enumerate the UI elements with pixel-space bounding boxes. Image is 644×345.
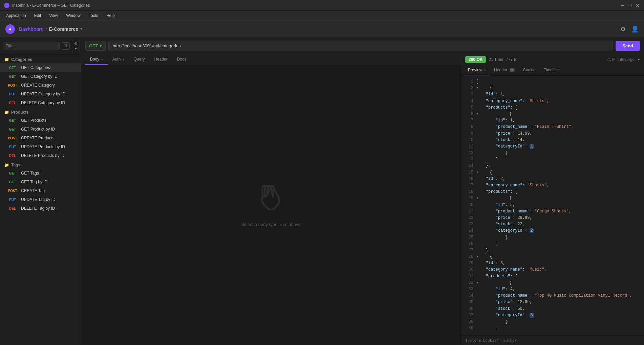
response-tab-cookie[interactable]: Cookie bbox=[519, 65, 539, 75]
method-badge-put: PUT bbox=[7, 92, 18, 96]
json-line: 33 "id": 4, bbox=[465, 286, 640, 293]
item-label: GET Product by ID bbox=[21, 127, 55, 132]
section-tags[interactable]: 📁 Tags bbox=[0, 160, 81, 169]
status-badge: 200 OK bbox=[465, 56, 486, 63]
sidebar-item-create-tag[interactable]: POST CREATE Tag bbox=[0, 186, 81, 195]
json-line: 11 "categoryId": 1 bbox=[465, 143, 640, 150]
json-line: 22 "price": 29.99, bbox=[465, 215, 640, 221]
section-products-label: Products bbox=[11, 110, 29, 115]
sidebar-item-update-tag[interactable]: PUT UPDATE Tag by ID bbox=[0, 195, 81, 204]
tab-arrow: ▾ bbox=[484, 68, 486, 72]
window-title: Insomnia - E-Commerce – GET Categories bbox=[12, 3, 618, 8]
sidebar-item-get-categories[interactable]: GET GET Categories bbox=[0, 63, 81, 72]
json-line: 21 "product_name": "Cargo Shorts", bbox=[465, 208, 640, 215]
tab-auth[interactable]: Auth ▾ bbox=[108, 54, 129, 65]
json-line: 12 } bbox=[465, 150, 640, 156]
send-button[interactable]: Send bbox=[616, 41, 640, 51]
tab-arrow: ▾ bbox=[123, 58, 124, 61]
tab-query[interactable]: Query bbox=[129, 54, 150, 65]
item-label: CREATE Products bbox=[21, 136, 54, 140]
dashboard-link[interactable]: Dashboard bbox=[19, 26, 44, 32]
sidebar-item-get-tag-by-id[interactable]: GET GET Tag by ID bbox=[0, 178, 81, 186]
tab-arrow: ▾ bbox=[101, 58, 103, 61]
window-controls: ─ □ ✕ bbox=[620, 3, 640, 8]
titlebar: Insomnia - E-Commerce – GET Categories ─… bbox=[0, 0, 644, 11]
json-line: 36 "stock": 50, bbox=[465, 306, 640, 312]
json-line: 27 }, bbox=[465, 247, 640, 254]
url-input[interactable] bbox=[108, 41, 613, 51]
method-badge-get: GET bbox=[7, 119, 18, 122]
footer-bar bbox=[461, 336, 644, 345]
sidebar-item-create-category[interactable]: POST CREATE Category bbox=[0, 81, 81, 90]
sidebar-item-update-category[interactable]: PUT UPDATE Category by ID bbox=[0, 90, 81, 98]
tab-docs[interactable]: Docs bbox=[172, 54, 191, 65]
json-line: 8 "product_name": "Plain T-Shirt", bbox=[465, 124, 640, 130]
sidebar-item-get-tags[interactable]: GET GET Tags bbox=[0, 169, 81, 178]
close-button[interactable]: ✕ bbox=[635, 3, 640, 8]
item-label: GET Tags bbox=[21, 171, 39, 176]
menu-view[interactable]: View bbox=[46, 12, 61, 19]
menu-application[interactable]: Application bbox=[3, 12, 29, 19]
method-badge-post: POST bbox=[7, 189, 18, 193]
sidebar-item-get-products[interactable]: GET GET Products bbox=[0, 116, 81, 125]
item-label: GET Products bbox=[21, 118, 46, 123]
item-label: CREATE Tag bbox=[21, 188, 45, 193]
content-area: GET ▾ Send Body ▾ Auth ▾ Query Header Do… bbox=[81, 38, 644, 345]
item-label: UPDATE Tag by ID bbox=[21, 197, 56, 202]
maximize-button[interactable]: □ bbox=[628, 3, 632, 8]
sidebar-item-get-category-by-id[interactable]: GET GET Category by ID bbox=[0, 72, 81, 81]
response-tabs: Preview ▾ Header 7 Cookie Timeline bbox=[461, 65, 644, 76]
settings-button[interactable]: ⚙ bbox=[620, 25, 626, 33]
method-badge-get: GET bbox=[7, 75, 18, 78]
sidebar-item-delete-category[interactable]: DEL DELETE Category by ID bbox=[0, 98, 81, 107]
json-line: 23 "stock": 22, bbox=[465, 221, 640, 228]
app-icon bbox=[4, 3, 9, 8]
menu-edit[interactable]: Edit bbox=[31, 12, 45, 19]
body-placeholder: Select a body type from above bbox=[241, 184, 301, 227]
json-line: 18 "products": [ bbox=[465, 189, 640, 195]
timestamp-chevron: ▾ bbox=[638, 58, 640, 62]
json-line: 30 "category_name": "Music", bbox=[465, 267, 640, 273]
sidebar-item-delete-tag[interactable]: DEL DELETE Tag by ID bbox=[0, 204, 81, 213]
method-badge-del: DEL bbox=[7, 101, 18, 105]
jsonpath-input[interactable] bbox=[465, 338, 640, 343]
sidebar-add-button[interactable]: ⊕ ▾ bbox=[72, 40, 80, 52]
section-products[interactable]: 📁 Products bbox=[0, 107, 81, 116]
json-line: 10 "stock": 14, bbox=[465, 137, 640, 143]
sidebar-sort-button[interactable]: ⇅ bbox=[62, 42, 70, 50]
json-line: 5 "products": [ bbox=[465, 105, 640, 111]
response-tab-header[interactable]: Header 7 bbox=[490, 65, 519, 75]
menu-tools[interactable]: Tools bbox=[85, 12, 102, 19]
response-time: 21.1 ms bbox=[489, 57, 503, 62]
sidebar-item-update-products[interactable]: PUT UPDATE Products by ID bbox=[0, 142, 81, 151]
tab-header[interactable]: Header bbox=[149, 54, 172, 65]
method-badge-get: GET bbox=[7, 66, 18, 70]
minimize-button[interactable]: ─ bbox=[620, 3, 625, 8]
json-line: 9 "price": 14.99, bbox=[465, 131, 640, 137]
tab-body[interactable]: Body ▾ bbox=[85, 54, 108, 65]
json-line: 31 "products": [ bbox=[465, 273, 640, 280]
json-line: 28▾ { bbox=[465, 254, 640, 260]
json-line: 2▾ { bbox=[465, 85, 640, 91]
json-line: 38 } bbox=[465, 319, 640, 325]
section-categories-label: Categories bbox=[11, 57, 32, 62]
menu-help[interactable]: Help bbox=[103, 12, 118, 19]
json-line: 29 "id": 3, bbox=[465, 260, 640, 267]
method-badge-post: POST bbox=[7, 136, 18, 140]
menu-window[interactable]: Window bbox=[63, 12, 84, 19]
json-line: 14 }, bbox=[465, 163, 640, 169]
sidebar-item-create-products[interactable]: POST CREATE Products bbox=[0, 134, 81, 142]
sidebar-item-get-product-by-id[interactable]: GET GET Product by ID bbox=[0, 125, 81, 134]
sidebar: ⇅ ⊕ ▾ 📁 Categories GET GET Categories GE… bbox=[0, 38, 81, 345]
filter-input[interactable] bbox=[3, 42, 60, 50]
item-label: GET Category by ID bbox=[21, 74, 58, 79]
section-categories[interactable]: 📁 Categories bbox=[0, 54, 81, 63]
response-tab-preview[interactable]: Preview ▾ bbox=[464, 65, 490, 75]
json-line: 3 "id": 1, bbox=[465, 91, 640, 98]
method-select[interactable]: GET ▾ bbox=[85, 41, 106, 51]
sidebar-item-delete-products[interactable]: DEL DELETE Products by ID bbox=[0, 151, 81, 160]
account-button[interactable]: 👤 bbox=[631, 25, 639, 33]
chevron-down-icon[interactable]: ▾ bbox=[80, 27, 82, 31]
response-tab-timeline[interactable]: Timeline bbox=[540, 65, 563, 75]
json-line: 34 "product_name": "Top 40 Music Compila… bbox=[465, 293, 640, 299]
